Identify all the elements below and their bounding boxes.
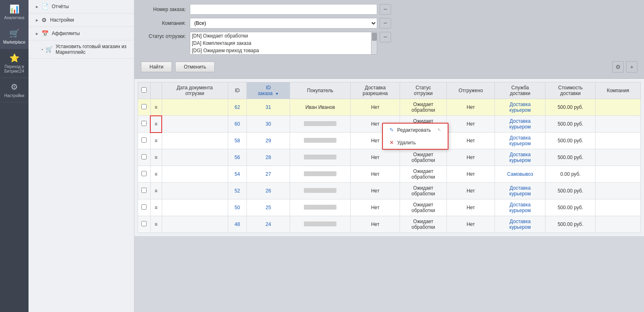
company-select[interactable]: (Все) xyxy=(190,18,377,29)
company-remove-btn[interactable]: − xyxy=(380,18,391,29)
filter-settings-btn[interactable]: ⚙ xyxy=(612,61,624,73)
row-menu-btn[interactable]: ≡ xyxy=(150,166,162,183)
select-all-checkbox[interactable] xyxy=(141,87,147,93)
row-checkbox[interactable] xyxy=(138,116,151,133)
row-date-doc xyxy=(162,133,228,149)
th-buyer[interactable]: Покупатель xyxy=(290,82,350,99)
context-menu-edit[interactable]: ✎ Редактировать ↖ xyxy=(383,124,448,136)
shipment-status-item-dg[interactable]: [DG] Ожидаем приход товара xyxy=(190,47,371,54)
shipment-status-remove-btn[interactable]: − xyxy=(380,32,391,42)
order-number-remove-btn[interactable]: − xyxy=(380,4,391,15)
row-delivery-allowed: Нет xyxy=(351,199,400,216)
row-delivery-cost: 0.00 руб. xyxy=(545,166,596,183)
sidebar-item-marketplace[interactable]: 🛒 Marketplace xyxy=(0,24,29,49)
cancel-button[interactable]: Отменить xyxy=(175,62,215,72)
row-checkbox[interactable] xyxy=(138,216,151,233)
th-id[interactable]: ID xyxy=(228,82,247,99)
row-delivery-service: Доставкакурьером xyxy=(495,116,545,133)
row-id: 62 xyxy=(228,99,247,116)
row-checkbox[interactable] xyxy=(138,99,151,116)
row-checkbox[interactable] xyxy=(138,149,151,166)
row-id: 56 xyxy=(228,149,247,166)
row-menu-btn[interactable]: ≡ xyxy=(150,199,162,216)
row-delivery-cost: 500.00 руб. xyxy=(545,116,596,133)
row-delivery-allowed: Нет xyxy=(351,99,400,116)
sidebar-item-analytics-label: Аналитика xyxy=(4,15,24,20)
row-delivery-cost: 500.00 руб. xyxy=(545,149,596,166)
th-shipment-status[interactable]: Статусотгрузки xyxy=(400,82,447,99)
row-order-id: 29 xyxy=(247,133,290,149)
row-shipped: Нет xyxy=(447,183,495,199)
nav-affiliates[interactable]: ► 📅 Аффиляиты xyxy=(29,27,134,40)
nav-reports[interactable]: ► 📄 Отчёты xyxy=(29,0,134,13)
th-delivery-cost[interactable]: Стоимостьдоставки xyxy=(545,82,596,99)
row-delivery-cost: 500.00 руб. xyxy=(545,216,596,233)
find-button[interactable]: Найти xyxy=(141,62,172,72)
order-number-input[interactable] xyxy=(190,4,377,15)
row-menu-btn[interactable]: ≡ xyxy=(150,133,162,149)
row-company xyxy=(596,116,641,133)
row-company xyxy=(596,216,641,233)
row-checkbox[interactable] xyxy=(138,166,151,183)
context-menu: ✎ Редактировать ↖ ✕ Удалить xyxy=(382,123,448,150)
table-row: ≡ 62 31 Иван Иванов Нет Ожидаетобработки… xyxy=(138,99,641,116)
row-delivery-allowed: Нет xyxy=(351,216,400,233)
row-menu-btn[interactable]: ≡ xyxy=(150,116,162,133)
nav-affiliates-icon: 📅 xyxy=(42,30,48,37)
row-menu-btn[interactable]: ≡ xyxy=(150,149,162,166)
filter-add-btn[interactable]: + xyxy=(626,61,637,73)
listbox-scrollbar[interactable] xyxy=(371,32,377,54)
shipment-status-listbox[interactable]: [DN] Ожидает обработки [DA] Комплектация… xyxy=(190,32,371,54)
row-company xyxy=(596,183,641,199)
row-order-id: 31 xyxy=(247,99,290,116)
bitrix24-icon: ⭐ xyxy=(9,53,20,63)
nav-install-marketplace[interactable]: • 🛒 Установить готовый магазин из Маркет… xyxy=(29,40,134,59)
context-menu-delete[interactable]: ✕ Удалить xyxy=(383,136,448,149)
row-buyer xyxy=(290,216,350,233)
context-menu-delete-label: Удалить xyxy=(397,140,416,146)
nav-affiliates-arrow: ► xyxy=(35,31,39,36)
nav-panel: ► 📄 Отчёты ► ⚙ Настройки ► 📅 Аффиляиты •… xyxy=(29,0,134,312)
filter-actions: Найти Отменить ⚙ + xyxy=(141,58,637,74)
th-order-id[interactable]: IDзаказа ▼ xyxy=(247,82,290,99)
row-company xyxy=(596,99,641,116)
order-number-label: Номер заказа: xyxy=(141,7,190,12)
th-menu xyxy=(150,82,162,99)
row-date-doc xyxy=(162,216,228,233)
th-checkbox xyxy=(138,82,151,99)
row-id: 58 xyxy=(228,133,247,149)
row-checkbox[interactable] xyxy=(138,199,151,216)
row-order-id: 24 xyxy=(247,216,290,233)
row-shipped: Нет xyxy=(447,116,495,133)
shipment-status-item-da[interactable]: [DA] Комплектация заказа xyxy=(190,40,371,47)
row-menu-btn[interactable]: ≡ xyxy=(150,99,162,116)
company-label: Компания: xyxy=(141,20,190,26)
th-delivery-service[interactable]: Службадоставки xyxy=(495,82,545,99)
row-checkbox[interactable] xyxy=(138,133,151,149)
row-buyer xyxy=(290,183,350,199)
row-checkbox[interactable] xyxy=(138,183,151,199)
row-id: 48 xyxy=(228,216,247,233)
row-buyer xyxy=(290,133,350,149)
main-content: Номер заказа: − Компания: (Все) ▾ − Стат… xyxy=(134,0,644,312)
th-company[interactable]: Компания xyxy=(596,82,641,99)
shipment-status-item-dn[interactable]: [DN] Ожидает обработки xyxy=(190,32,371,40)
row-delivery-service: Доставкакурьером xyxy=(495,99,545,116)
th-delivery-allowed[interactable]: Доставкаразрешена xyxy=(351,82,400,99)
sort-arrow: ▼ xyxy=(275,92,279,96)
sidebar-item-analytics[interactable]: 📊 Аналитика xyxy=(0,0,29,24)
table-row: ≡ 54 27 Нет Ожидаетобработки Нет Самовыв… xyxy=(138,166,641,183)
nav-settings[interactable]: ► ⚙ Настройки xyxy=(29,13,134,27)
sidebar-item-bitrix24[interactable]: ⭐ Переход в Битрикс24 xyxy=(0,49,29,78)
sidebar-item-settings[interactable]: ⚙ Настройки xyxy=(0,78,29,102)
nav-settings-arrow: ► xyxy=(35,18,39,22)
settings-icon: ⚙ xyxy=(11,82,18,92)
th-date-doc[interactable]: Дата документаотгрузки xyxy=(162,82,228,99)
nav-affiliates-label: Аффиляиты xyxy=(52,31,80,36)
row-menu-btn[interactable]: ≡ xyxy=(150,216,162,233)
row-menu-btn[interactable]: ≡ xyxy=(150,183,162,199)
row-delivery-cost: 500.00 руб. xyxy=(545,183,596,199)
row-shipped: Нет xyxy=(447,199,495,216)
row-shipment-status: Ожидаетобработки xyxy=(400,183,447,199)
th-shipped[interactable]: Отгружено xyxy=(447,82,495,99)
